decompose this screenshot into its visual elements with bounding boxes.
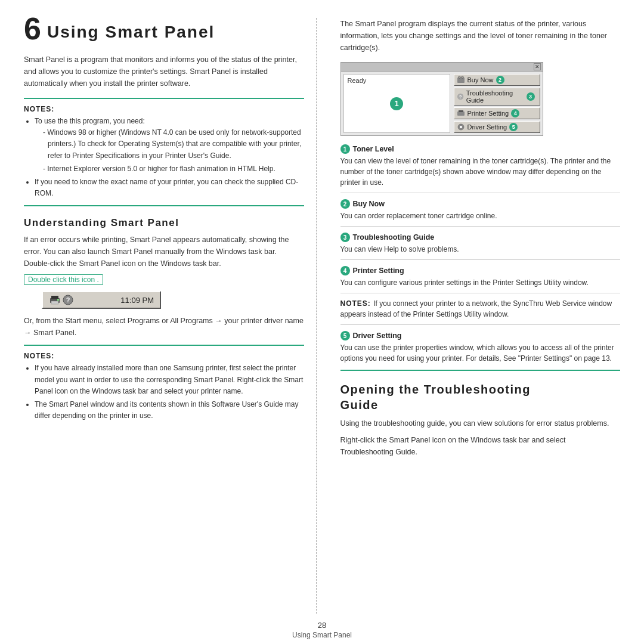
chapter-number: 6 xyxy=(24,13,41,44)
sp-btn-num-4: 4 xyxy=(511,109,519,117)
feature-num-5: 5 xyxy=(340,331,350,340)
feature-1: 1 Toner Level You can view the level of … xyxy=(340,144,621,188)
chapter-heading: 6 Using Smart Panel xyxy=(24,18,304,44)
understanding-heading: Understanding Smart Panel xyxy=(24,217,304,229)
sp-btn-buy[interactable]: Buy Now 2 xyxy=(454,74,540,86)
understanding-section: Understanding Smart Panel If an error oc… xyxy=(24,217,304,422)
feature-3-text: You can view Help to solve problems. xyxy=(340,244,621,255)
feature-num-4: 4 xyxy=(340,266,350,275)
divider-right xyxy=(340,370,621,371)
taskbar-icons: ? xyxy=(49,295,73,305)
feature-num-2: 2 xyxy=(340,199,350,209)
sp-btn-troubleshoot[interactable]: ? Troubleshooting Guide 3 xyxy=(454,88,540,106)
double-click-area: Double click this icon . xyxy=(24,274,304,289)
divider-2 xyxy=(24,205,304,206)
feature-2-heading: 2 Buy Now xyxy=(340,199,621,209)
taskbar-mock: ? 11:09 PM xyxy=(42,291,161,309)
chapter-title: Using Smart Panel xyxy=(47,23,215,42)
thin-divider-1 xyxy=(340,193,621,193)
notes-right: NOTES: If you connect your printer to a … xyxy=(340,298,621,320)
feature-1-title: Toner Level xyxy=(353,145,394,153)
feature-5-title: Driver Setting xyxy=(353,332,402,340)
troubleshoot-label: Troubleshooting Guide xyxy=(466,89,524,104)
printer-icon xyxy=(49,295,61,305)
sp-buttons: Buy Now 2 ? Troubleshooting Guide 3 xyxy=(454,74,540,133)
opening-heading: Opening the TroubleshootingGuide xyxy=(340,382,621,413)
page-footer: 28 Using Smart Panel xyxy=(0,614,644,644)
opening-text-2: Right-click the Smart Panel icon on the … xyxy=(340,434,621,458)
feature-num-3: 3 xyxy=(340,233,350,242)
notes-label-1: NOTES: xyxy=(24,105,304,113)
printer-setting-icon xyxy=(457,109,465,117)
notes-right-label: NOTES: xyxy=(340,299,374,308)
sp-toner-area: Ready 1 xyxy=(343,74,450,133)
notes-item-1: To use the this program, you need: Windo… xyxy=(35,116,304,175)
sp-btn-printer-setting[interactable]: Printer Setting 4 xyxy=(454,107,540,119)
opening-text-1: Using the troubleshooting guide, you can… xyxy=(340,417,621,429)
notes-list-1: To use the this program, you need: Windo… xyxy=(24,116,304,199)
notes-sub-2: Internet Explorer version 5.0 or higher … xyxy=(43,163,304,175)
troubleshoot-icon: ? xyxy=(457,92,464,101)
buy-icon xyxy=(457,76,465,84)
notes-list-2: If you have already installed more than … xyxy=(24,363,304,422)
right-column: The Smart Panel program displays the cur… xyxy=(335,18,621,614)
understanding-text: If an error occurs while printing, Smart… xyxy=(24,234,304,270)
notes2-item-2: The Smart Panel window and its contents … xyxy=(35,399,304,422)
double-click-label: Double click this icon . xyxy=(24,274,103,285)
thin-divider-2 xyxy=(340,226,621,227)
printer-setting-label: Printer Setting xyxy=(467,110,509,117)
notes2-item-1: If you have already installed more than … xyxy=(35,363,304,397)
feature-5: 5 Driver Setting You can use the printer… xyxy=(340,331,621,364)
svg-text:?: ? xyxy=(66,296,70,304)
feature-3-heading: 3 Troubleshooting Guide xyxy=(340,233,621,242)
thin-divider-5 xyxy=(340,324,621,325)
smart-panel-ui: ✕ Ready 1 Buy Now 2 xyxy=(340,62,543,136)
sp-body: Ready 1 Buy Now 2 xyxy=(341,72,543,135)
sp-close-button[interactable]: ✕ xyxy=(534,63,541,70)
svg-rect-8 xyxy=(462,76,463,78)
feature-4-heading: 4 Printer Setting xyxy=(340,266,621,275)
feature-2-title: Buy Now xyxy=(353,200,385,208)
thin-divider-4 xyxy=(340,293,621,293)
svg-text:?: ? xyxy=(459,94,462,100)
footer-page-number: 28 xyxy=(0,621,644,630)
driver-setting-label: Driver Setting xyxy=(467,123,507,131)
notes-block-2: NOTES: If you have already installed mor… xyxy=(24,352,304,422)
driver-setting-icon xyxy=(457,123,465,131)
feature-3: 3 Troubleshooting Guide You can view Hel… xyxy=(340,233,621,255)
footer-label: Using Smart Panel xyxy=(0,631,644,639)
opening-section: Opening the TroubleshootingGuide Using t… xyxy=(340,382,621,458)
sp-ready-label: Ready xyxy=(348,77,367,84)
thin-divider-3 xyxy=(340,259,621,260)
intro-text: Smart Panel is a program that monitors a… xyxy=(24,54,304,89)
feature-5-heading: 5 Driver Setting xyxy=(340,331,621,340)
sp-btn-num-5: 5 xyxy=(509,123,518,131)
feature-1-heading: 1 Toner Level xyxy=(340,144,621,154)
sp-toner-num: 1 xyxy=(390,97,403,110)
svg-rect-7 xyxy=(459,76,460,78)
feature-3-title: Troubleshooting Guide xyxy=(353,233,435,242)
feature-4-text: You can configure various printer settin… xyxy=(340,277,621,288)
svg-rect-11 xyxy=(457,112,465,116)
taskbar-time: 11:09 PM xyxy=(120,296,154,305)
svg-rect-6 xyxy=(457,78,465,83)
sp-btn-driver-setting[interactable]: Driver Setting 5 xyxy=(454,121,540,133)
notes-block-1: NOTES: To use the this program, you need… xyxy=(24,105,304,199)
nav-text: Or, from the Start menu, select Programs… xyxy=(24,315,304,339)
divider-1 xyxy=(24,98,304,99)
svg-rect-3 xyxy=(57,299,59,301)
feature-2: 2 Buy Now You can order replacement tone… xyxy=(340,199,621,221)
svg-rect-2 xyxy=(51,301,58,304)
right-intro-text: The Smart Panel program displays the cur… xyxy=(340,18,621,54)
svg-rect-12 xyxy=(459,110,463,112)
notes-sub-1: Windows 98 or higher (Windows NT 4.0 can… xyxy=(43,127,304,162)
divider-3 xyxy=(24,345,304,346)
feature-5-text: You can use the printer properties windo… xyxy=(340,342,621,364)
notes-label-2: NOTES: xyxy=(24,352,304,360)
sp-titlebar: ✕ xyxy=(341,63,543,72)
buy-now-label: Buy Now xyxy=(467,76,494,83)
feature-num-1: 1 xyxy=(340,144,350,154)
feature-4-title: Printer Setting xyxy=(353,267,404,275)
left-column: 6 Using Smart Panel Smart Panel is a pro… xyxy=(24,18,317,614)
smart-panel-icon: ? xyxy=(63,295,73,305)
